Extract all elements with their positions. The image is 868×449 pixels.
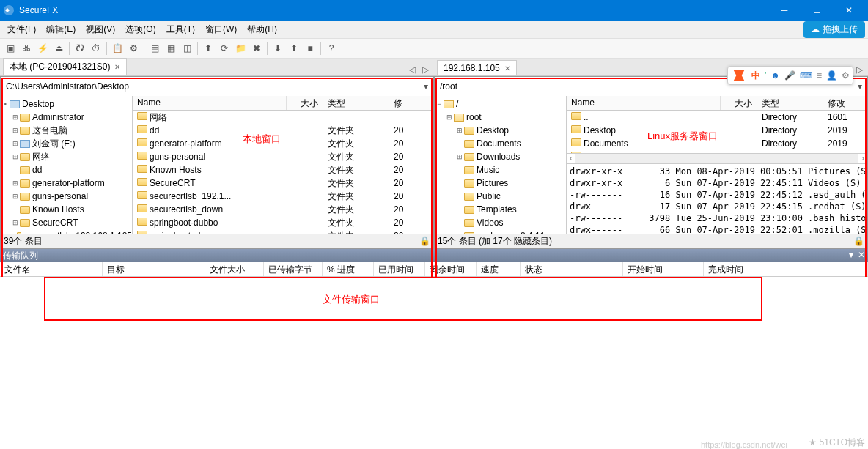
maximize-button[interactable]: ☐: [801, 0, 833, 21]
qcol-target[interactable]: 目标: [103, 262, 205, 276]
ime-user-icon[interactable]: 👤: [826, 70, 837, 81]
delete-icon[interactable]: ✖: [249, 41, 264, 56]
qcol-bytes[interactable]: 已传输字节: [264, 262, 323, 276]
close-icon[interactable]: ✕: [114, 63, 120, 71]
ime-punct-icon[interactable]: ': [765, 70, 766, 81]
menu-tools[interactable]: 工具(T): [162, 21, 199, 38]
list-row[interactable]: SecureCRT文件夹20: [133, 177, 433, 190]
qcol-end[interactable]: 完成时间: [704, 262, 868, 276]
timer-icon[interactable]: ⏱: [89, 41, 103, 56]
col-name[interactable]: Name: [567, 96, 721, 110]
tree-item[interactable]: ⊞guns-personal: [1, 190, 132, 203]
newfolder-icon[interactable]: 📁: [233, 41, 248, 56]
tree-item[interactable]: ⊟root: [435, 111, 566, 124]
close-icon[interactable]: ✕: [504, 64, 510, 73]
tree-item[interactable]: Music: [435, 163, 566, 177]
qcol-filename[interactable]: 文件名: [0, 262, 103, 276]
tree-item[interactable]: Public: [435, 190, 566, 203]
expand-icon[interactable]: ⊞: [11, 193, 20, 200]
menu-view[interactable]: 视图(V): [81, 21, 119, 38]
tab-next-icon[interactable]: ▷: [853, 64, 865, 75]
tree-item[interactable]: ⊞generator-platform: [1, 177, 132, 190]
col-name[interactable]: Name: [133, 96, 287, 110]
queue-menu-icon[interactable]: ▾: [849, 250, 853, 261]
drag-upload-button[interactable]: ☁ 拖拽上传: [803, 21, 865, 38]
menu-options[interactable]: 选项(O): [121, 21, 160, 38]
qcol-remain[interactable]: 剩余时间: [425, 262, 477, 276]
settings-icon[interactable]: ⚙: [126, 41, 141, 56]
tree-item[interactable]: dd: [1, 163, 132, 177]
up-icon[interactable]: ⬆: [201, 41, 216, 56]
view2-icon[interactable]: ▦: [163, 41, 178, 56]
tab-prev-icon[interactable]: ◁: [406, 64, 418, 75]
ime-settings-icon[interactable]: ⚙: [842, 70, 850, 81]
connect-icon[interactable]: 🖧: [19, 41, 34, 56]
list-row[interactable]: securecrtlsb_down文件夹20: [133, 203, 433, 216]
tree-item[interactable]: Pictures: [435, 177, 566, 190]
tree-item[interactable]: Known Hosts: [1, 203, 132, 216]
menu-window[interactable]: 窗口(W): [201, 21, 241, 38]
dropdown-icon[interactable]: ▾: [424, 81, 428, 92]
list-row[interactable]: dd文件夹20: [133, 124, 433, 137]
local-path-input[interactable]: C:\Users\Administrator\Desktop ▾: [2, 78, 432, 94]
view3-icon[interactable]: ◫: [180, 41, 194, 56]
col-size[interactable]: 大小: [287, 96, 323, 110]
help-icon[interactable]: ?: [324, 41, 339, 56]
expand-icon[interactable]: ⊞: [11, 140, 20, 147]
qcol-speed[interactable]: 速度: [477, 262, 521, 276]
list-row[interactable]: Known Hosts文件夹20: [133, 163, 433, 177]
tree-item[interactable]: ⊞Desktop: [435, 124, 566, 137]
tab-remote[interactable]: 192.168.1.105 ✕: [437, 60, 517, 75]
qcol-progress[interactable]: % 进度: [323, 262, 374, 276]
list-row[interactable]: securecrtlsb_192.1...文件夹20: [133, 190, 433, 203]
list-row[interactable]: DesktopDirectory2019: [567, 124, 867, 137]
qcol-start[interactable]: 开始时间: [623, 262, 704, 276]
queue-close-icon[interactable]: ✕: [858, 250, 865, 261]
reconnect-icon[interactable]: ⚡: [35, 41, 50, 56]
close-button[interactable]: ✕: [833, 0, 865, 21]
col-type[interactable]: 类型: [757, 96, 823, 110]
expand-icon[interactable]: ⊟: [445, 114, 454, 121]
ime-toolbar[interactable]: 中 ' ☻ 🎤 ⌨ ≡ 👤 ⚙: [727, 66, 853, 85]
tab-local[interactable]: 本地 (PC-2019041321S0) ✕: [3, 58, 127, 75]
tree-item[interactable]: ⊞Downloads: [435, 150, 566, 163]
ime-menu-icon[interactable]: ≡: [817, 70, 822, 81]
col-type[interactable]: 类型: [323, 96, 389, 110]
col-mod[interactable]: 修改: [823, 96, 867, 110]
tree-root[interactable]: Desktop: [22, 99, 54, 109]
local-tree[interactable]: ▪Desktop ⊞Administrator⊞这台电脑⊞刘金雨 (E:)⊞网络…: [1, 96, 133, 234]
dropdown-icon[interactable]: ▾: [858, 81, 862, 92]
expand-icon[interactable]: ⊞: [11, 114, 20, 121]
expand-icon[interactable]: ⊞: [455, 127, 464, 134]
ime-keyboard-icon[interactable]: ⌨: [800, 70, 812, 81]
sync-icon[interactable]: 🗘: [73, 41, 87, 56]
hscrollbar[interactable]: ‹›: [567, 153, 867, 163]
minimize-button[interactable]: ─: [768, 0, 801, 21]
col-size[interactable]: 大小: [721, 96, 757, 110]
expand-icon[interactable]: ⊞: [455, 153, 464, 160]
remote-tree[interactable]: −/ ⊟root⊞DesktopDocuments⊞DownloadsMusic…: [435, 96, 567, 234]
terminal-icon[interactable]: ▣: [3, 41, 18, 56]
tab-next-icon[interactable]: ▷: [419, 64, 431, 75]
expand-icon[interactable]: ⊞: [11, 153, 20, 160]
list-row[interactable]: 网络: [133, 111, 433, 124]
stop-icon[interactable]: ■: [303, 41, 317, 56]
ime-mode[interactable]: 中: [751, 70, 760, 82]
col-mod[interactable]: 修: [389, 96, 433, 110]
props-icon[interactable]: 📋: [110, 41, 125, 56]
list-row[interactable]: springboot-dubbo文件夹20: [133, 216, 433, 229]
list-row[interactable]: DocumentsDirectory2019: [567, 137, 867, 150]
menu-file[interactable]: 文件(F): [3, 21, 40, 38]
tree-item[interactable]: ⊞网络: [1, 150, 132, 163]
qcol-elapsed[interactable]: 已用时间: [374, 262, 425, 276]
ime-mic-icon[interactable]: 🎤: [784, 70, 795, 81]
view1-icon[interactable]: ▤: [147, 41, 162, 56]
tree-item[interactable]: ⊞SecureCRT: [1, 216, 132, 229]
tree-item[interactable]: ⊞Administrator: [1, 111, 132, 124]
qcol-status[interactable]: 状态: [521, 262, 623, 276]
qcol-size[interactable]: 文件大小: [205, 262, 264, 276]
download-icon[interactable]: ⬇: [271, 41, 285, 56]
expand-icon[interactable]: ⊞: [11, 219, 20, 226]
ime-emoji-icon[interactable]: ☻: [770, 70, 780, 81]
tree-item[interactable]: Documents: [435, 137, 566, 150]
